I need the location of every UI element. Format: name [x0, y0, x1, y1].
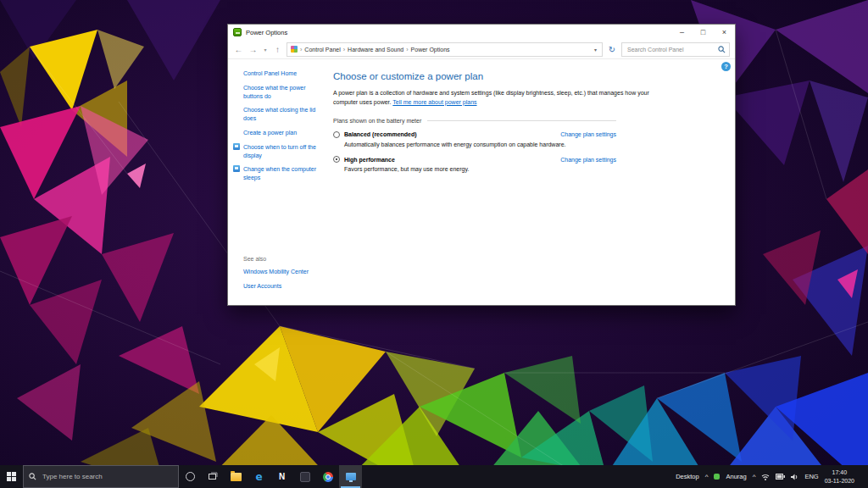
- display-icon: [233, 143, 240, 150]
- breadcrumb-control-panel[interactable]: Control Panel: [304, 47, 340, 53]
- plan-description: Favors performance, but may use more ene…: [344, 165, 616, 174]
- taskbar-app-edge[interactable]: e: [248, 465, 270, 488]
- plans-section-label: Plans shown on the battery meter: [333, 118, 421, 124]
- desktop-toolbar-label[interactable]: Desktop: [676, 473, 699, 480]
- task-view-button[interactable]: [202, 465, 225, 488]
- task-view-icon: [209, 472, 218, 481]
- search-input[interactable]: [626, 46, 718, 53]
- learn-more-link[interactable]: Tell me more about power plans: [392, 99, 476, 105]
- recent-pages-dropdown-icon[interactable]: ▾: [262, 47, 269, 53]
- navigation-toolbar: ← → ▾ ↑ › Control Panel › Hardware and S…: [228, 40, 735, 59]
- hidden-icons-caret-icon[interactable]: ^: [705, 473, 709, 480]
- minimize-button[interactable]: –: [671, 25, 693, 40]
- page-title: Choose or customize a power plan: [333, 71, 735, 81]
- sidebar-item-user-accounts[interactable]: User Accounts: [243, 282, 316, 291]
- sidebar-item-home[interactable]: Control Panel Home: [243, 69, 316, 78]
- edge-icon: e: [255, 472, 262, 482]
- tray-app-icon[interactable]: [714, 474, 720, 480]
- plan-high-performance: High performance Change plan settings Fa…: [333, 156, 616, 174]
- radio-balanced[interactable]: [333, 131, 340, 138]
- taskbar: e N Desktop ^ Anurag ^: [0, 465, 868, 488]
- up-button[interactable]: ↑: [272, 45, 283, 54]
- power-options-window: Power Options – □ × ← → ▾ ↑ › Control Pa…: [227, 24, 736, 306]
- sidebar-item-mobility-center[interactable]: Windows Mobility Center: [243, 268, 316, 276]
- change-plan-settings-link[interactable]: Change plan settings: [560, 157, 616, 163]
- taskbar-app-file-explorer[interactable]: [225, 465, 248, 488]
- network-icon[interactable]: [761, 474, 770, 480]
- plan-name: High performance: [344, 157, 395, 163]
- taskbar-search-input[interactable]: [41, 472, 173, 481]
- sidebar: Control Panel Home Choose what the power…: [228, 59, 330, 305]
- page-description: A power plan is a collection of hardware…: [333, 89, 665, 108]
- taskbar-app-dark[interactable]: [293, 465, 316, 488]
- user-label[interactable]: Anurag: [726, 473, 746, 480]
- desktop: Power Options – □ × ← → ▾ ↑ › Control Pa…: [0, 0, 868, 488]
- back-button[interactable]: ←: [233, 45, 244, 54]
- dark-app-icon: [300, 472, 310, 482]
- language-indicator[interactable]: ENG: [804, 473, 818, 480]
- plan-balanced: Balanced (recommended) Change plan setti…: [333, 131, 616, 149]
- control-panel-search[interactable]: [621, 42, 730, 57]
- power-options-app-icon: [233, 28, 242, 36]
- sidebar-item-turn-off-display[interactable]: Choose when to turn off the display: [243, 143, 316, 160]
- window-client-area: ? Control Panel Home Choose what the pow…: [228, 59, 735, 305]
- radio-high-performance[interactable]: [333, 156, 340, 163]
- battery-icon[interactable]: [776, 474, 785, 480]
- window-title: Power Options: [246, 29, 287, 36]
- taskbar-search[interactable]: [23, 465, 179, 488]
- control-panel-app-icon: [346, 473, 356, 480]
- plan-description: Automatically balances performance with …: [344, 141, 616, 149]
- clock-date: 03-11-2020: [825, 477, 854, 485]
- sidebar-item-label: Change when the computer sleeps: [243, 166, 316, 180]
- chrome-icon: [323, 472, 333, 482]
- windows-logo-icon: [7, 472, 16, 481]
- start-button[interactable]: [0, 465, 23, 488]
- breadcrumb-separator-icon: ›: [300, 47, 302, 53]
- address-dropdown-icon[interactable]: ▾: [593, 47, 598, 53]
- help-icon[interactable]: ?: [721, 62, 731, 71]
- n-app-icon: N: [279, 473, 285, 481]
- cortana-icon: [186, 472, 195, 481]
- description-text: A power plan is a collection of hardware…: [333, 90, 649, 105]
- taskbar-app-control-panel[interactable]: [339, 465, 362, 488]
- search-icon: [718, 46, 726, 53]
- caret-up-icon[interactable]: ^: [753, 473, 756, 480]
- breadcrumb-separator-icon: ›: [406, 47, 408, 53]
- breadcrumb-hardware-and-sound[interactable]: Hardware and Sound: [348, 47, 403, 53]
- search-icon: [29, 473, 36, 480]
- sidebar-item-create-plan[interactable]: Create a power plan: [243, 129, 316, 137]
- taskbar-app-n[interactable]: N: [270, 465, 293, 488]
- change-plan-settings-link[interactable]: Change plan settings: [560, 131, 616, 137]
- taskbar-app-chrome[interactable]: [316, 465, 339, 488]
- see-also-label: See also: [243, 256, 330, 262]
- main-content: Choose or customize a power plan A power…: [330, 59, 735, 305]
- plans-section-header: Plans shown on the battery meter: [333, 118, 616, 124]
- caption-buttons: – □ ×: [671, 25, 735, 40]
- refresh-icon[interactable]: ↻: [606, 45, 618, 54]
- sidebar-item-computer-sleeps[interactable]: Change when the computer sleeps: [243, 165, 316, 182]
- sidebar-item-label: Choose when to turn off the display: [243, 144, 316, 158]
- control-panel-icon: [291, 46, 298, 53]
- clock-time: 17:40: [825, 469, 854, 476]
- breadcrumb-separator-icon: ›: [343, 47, 345, 53]
- cortana-button[interactable]: [179, 465, 202, 488]
- taskbar-clock[interactable]: 17:40 03-11-2020: [825, 469, 854, 484]
- power-icon: [233, 165, 240, 172]
- close-button[interactable]: ×: [714, 25, 735, 40]
- sidebar-item-power-buttons[interactable]: Choose what the power buttons do: [243, 84, 316, 101]
- system-tray: Desktop ^ Anurag ^: [676, 465, 868, 488]
- section-divider: [427, 120, 616, 121]
- sidebar-item-closing-lid[interactable]: Choose what closing the lid does: [243, 106, 316, 123]
- plan-name: Balanced (recommended): [344, 131, 417, 137]
- volume-icon[interactable]: [791, 474, 798, 480]
- title-bar: Power Options – □ ×: [228, 25, 735, 40]
- maximize-button[interactable]: □: [693, 25, 714, 40]
- breadcrumb-power-options[interactable]: Power Options: [411, 47, 450, 53]
- file-explorer-icon: [231, 473, 242, 481]
- address-bar[interactable]: › Control Panel › Hardware and Sound › P…: [287, 42, 603, 57]
- forward-button[interactable]: →: [248, 45, 259, 54]
